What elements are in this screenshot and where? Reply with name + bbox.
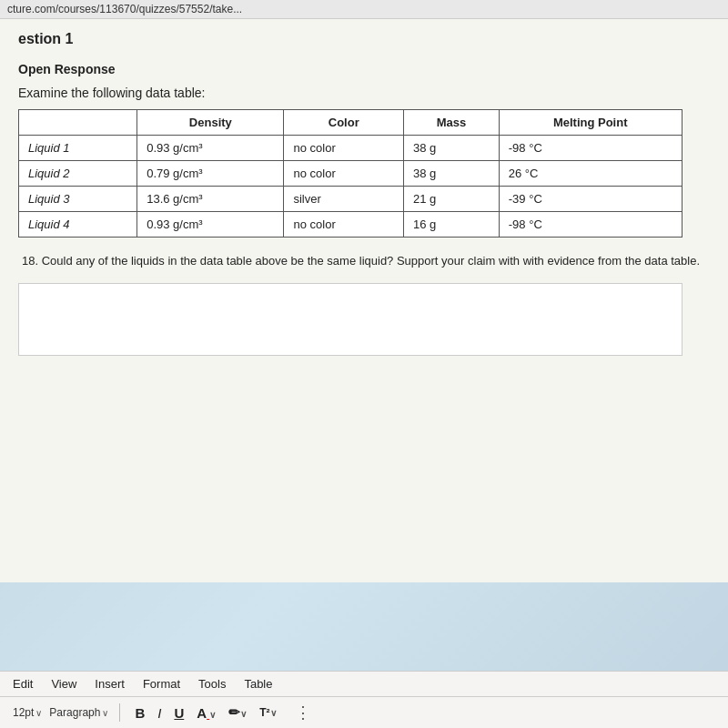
table-cell-3-2: no color	[284, 212, 404, 238]
table-cell-2-1: 13.6 g/cm³	[137, 187, 284, 212]
table-cell-1-1: 0.79 g/cm³	[137, 161, 284, 187]
table-row: Liquid 40.93 g/cm³no color16 g-98 °C	[19, 212, 682, 238]
menu-insert[interactable]: Insert	[95, 677, 125, 691]
font-size-caret: ∨	[35, 708, 42, 718]
data-table: Density Color Mass Melting Point Liquid …	[18, 109, 682, 238]
table-cell-1-3: 38 g	[404, 161, 500, 187]
table-cell-2-3: 21 g	[404, 187, 500, 212]
menu-tools[interactable]: Tools	[198, 677, 226, 691]
open-response-label: Open Response	[18, 62, 710, 76]
table-cell-3-0: Liquid 4	[19, 212, 137, 238]
table-cell-3-4: -98 °C	[499, 212, 682, 238]
question-18-text: 18. Could any of the liquids in the data…	[18, 252, 710, 270]
table-cell-3-3: 16 g	[404, 212, 500, 238]
table-cell-0-0: Liquid 1	[19, 136, 137, 161]
url-text: cture.com/courses/113670/quizzes/57552/t…	[7, 3, 242, 15]
table-cell-1-2: no color	[284, 161, 404, 187]
font-size-selector[interactable]: 12pt ∨	[13, 706, 42, 719]
menu-format[interactable]: Format	[143, 677, 180, 691]
url-bar: cture.com/courses/113670/quizzes/57552/t…	[0, 0, 728, 19]
table-cell-1-0: Liquid 2	[19, 161, 137, 187]
more-options-button[interactable]: ⋮	[295, 703, 311, 723]
question-label: estion 1	[18, 31, 710, 47]
answer-input-area[interactable]	[18, 283, 682, 356]
table-cell-0-3: 38 g	[404, 136, 500, 161]
menu-table[interactable]: Table	[244, 677, 272, 691]
menu-bar: Edit View Insert Format Tools Table	[0, 672, 728, 697]
paragraph-selector[interactable]: Paragraph ∨	[49, 706, 108, 719]
col-header-empty	[19, 110, 137, 136]
menu-edit[interactable]: Edit	[13, 677, 33, 691]
question-18-content: 18. Could any of the liquids in the data…	[22, 254, 700, 268]
font-color-button[interactable]: A ∨	[193, 703, 219, 723]
table-cell-3-1: 0.93 g/cm³	[137, 212, 284, 238]
table-row: Liquid 20.79 g/cm³no color38 g26 °C	[19, 161, 682, 187]
table-cell-2-2: silver	[284, 187, 404, 212]
table-row: Liquid 313.6 g/cm³silver21 g-39 °C	[19, 187, 682, 212]
underline-button[interactable]: U	[170, 703, 187, 723]
col-header-melting-point: Melting Point	[499, 110, 682, 136]
font-size-value: 12pt	[13, 706, 34, 719]
format-buttons: B I U A ∨ ✏∨ T²∨	[131, 703, 279, 723]
paragraph-value: Paragraph	[49, 706, 100, 719]
table-header-row: Density Color Mass Melting Point	[19, 110, 682, 136]
italic-button[interactable]: I	[154, 703, 165, 723]
highlight-button[interactable]: ✏∨	[225, 703, 250, 723]
bold-button[interactable]: B	[131, 703, 148, 723]
table-cell-0-1: 0.93 g/cm³	[137, 136, 284, 161]
table-cell-1-4: 26 °C	[499, 161, 682, 187]
table-cell-2-0: Liquid 3	[19, 187, 137, 212]
col-header-mass: Mass	[404, 110, 500, 136]
menu-view[interactable]: View	[51, 677, 76, 691]
toolbar-area: Edit View Insert Format Tools Table 12pt…	[0, 671, 728, 728]
paragraph-caret: ∨	[102, 708, 108, 718]
superscript-button[interactable]: T²∨	[256, 704, 279, 721]
table-cell-0-2: no color	[284, 136, 404, 161]
col-header-density: Density	[137, 110, 284, 136]
table-cell-0-4: -98 °C	[499, 136, 682, 161]
col-header-color: Color	[284, 110, 404, 136]
table-row: Liquid 10.93 g/cm³no color38 g-98 °C	[19, 136, 682, 161]
toolbar-divider-1	[119, 703, 120, 722]
table-cell-2-4: -39 °C	[499, 187, 682, 212]
formatting-bar: 12pt ∨ Paragraph ∨ B I U A ∨ ✏∨ T²∨ ⋮	[0, 697, 728, 728]
content-area: estion 1 Open Response Examine the follo…	[0, 0, 728, 582]
examine-text: Examine the following data table:	[18, 86, 710, 100]
